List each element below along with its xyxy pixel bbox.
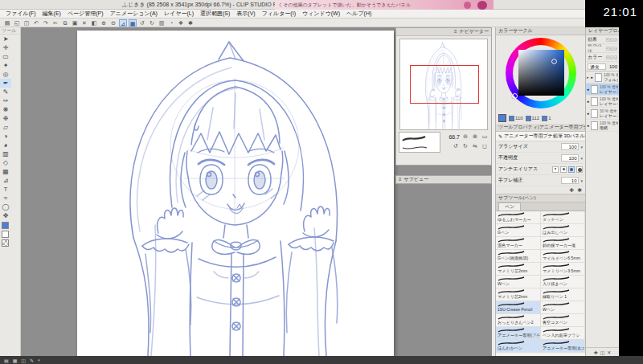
cut-icon[interactable]: ✂ <box>51 19 59 27</box>
pen-item[interactable]: マメミリ芯2mm <box>496 263 541 275</box>
pen-item[interactable]: タッチペン <box>541 211 586 223</box>
text-tool[interactable]: T <box>0 185 11 194</box>
layer-property-row[interactable]: 効果◰◱◲ <box>586 35 619 44</box>
menu-item[interactable]: レイヤー(L) <box>161 10 197 18</box>
pencil-tool[interactable]: ✎ <box>0 88 11 96</box>
layer-row[interactable]: ▸ ● 100 % 通常 レイヤー 37 <box>586 84 619 96</box>
blend-tool[interactable]: ◑ <box>0 132 11 141</box>
saturation-value-square[interactable] <box>518 50 564 96</box>
decoration-tool[interactable]: ❉ <box>0 114 11 123</box>
save-icon[interactable]: ◫ <box>23 19 31 27</box>
pen-item[interactable]: Gペン(画面推奨) <box>496 250 541 262</box>
pen-item[interactable]: ほんわかペン <box>496 340 541 352</box>
gradient-tool[interactable]: ▥ <box>0 149 11 158</box>
status-info-icon[interactable]: ◐ <box>38 358 41 362</box>
settings-icon[interactable]: ✱ <box>186 19 195 27</box>
delete-icon[interactable]: ✕ <box>80 19 88 27</box>
tool-preset[interactable]: ✎ アニメーター専用プチ鉛筆 3Dパネル配置初期 <box>496 132 585 141</box>
background-color-swatch[interactable] <box>2 231 9 238</box>
menu-item[interactable]: 表示(V) <box>233 10 258 18</box>
current-color-swatch[interactable] <box>498 114 506 122</box>
pen-item[interactable]: Gペン <box>496 224 541 236</box>
selection-tool[interactable]: ▭ <box>0 52 11 61</box>
reset-view-icon[interactable]: ◻ <box>481 143 489 149</box>
status-grid-icon[interactable]: ▦ <box>13 358 18 363</box>
antialias-none-button[interactable] <box>552 166 559 173</box>
panel-menu-icon[interactable]: ≡ <box>399 176 402 183</box>
navigator-thumbnail[interactable] <box>399 39 488 130</box>
antialias-middle-button[interactable] <box>568 166 575 173</box>
antialias-strong-button[interactable] <box>576 166 583 173</box>
operation-tool[interactable]: ➤ <box>0 35 11 43</box>
pen-item[interactable]: 1SU-Crease Pencil <box>496 301 541 313</box>
settings-gear-icon[interactable]: ✱ <box>577 187 582 194</box>
rotate-right-icon[interactable]: ↻ <box>148 19 156 27</box>
pen-item[interactable]: 入り抜きペン <box>541 276 586 288</box>
new-folder-icon[interactable]: ◫ <box>600 350 605 355</box>
layer-visibility-icon[interactable]: ● <box>591 75 593 80</box>
onion-skin-icon[interactable]: ◔ <box>167 19 175 27</box>
pen-item[interactable]: はみ出しペン <box>541 224 586 236</box>
layer-visibility-icon[interactable]: ● <box>587 111 589 116</box>
zoom-in-icon[interactable]: ⊕ <box>471 133 479 140</box>
eraser-tool[interactable]: ▱ <box>0 123 11 132</box>
dropdown-caret-icon[interactable]: ▾ <box>580 178 583 183</box>
tab-pen[interactable]: ペン <box>498 202 521 211</box>
layer-property-row[interactable]: 表示方法◰◱◲ <box>586 44 619 53</box>
status-doc-icon[interactable]: ▤ <box>4 358 9 363</box>
rotate-left-icon[interactable]: ↺ <box>138 19 146 27</box>
stabilization-value[interactable]: 10 <box>561 177 579 184</box>
layer-opacity-value[interactable]: 100 <box>608 64 617 69</box>
pen-item[interactable]: Wペン <box>496 276 541 288</box>
folder-caret-icon[interactable]: ▸ <box>587 75 589 80</box>
menu-item[interactable]: ヘルプ(H) <box>343 10 375 18</box>
undo-icon[interactable]: ↶ <box>32 19 40 27</box>
fill-tool[interactable]: ◕ <box>0 141 11 149</box>
zoom-tool[interactable]: ◯ <box>0 202 11 211</box>
new-layer-icon[interactable]: ✚ <box>594 350 598 355</box>
zoom-out-icon[interactable]: ⊖ <box>109 19 117 27</box>
canvas-page[interactable] <box>77 31 394 356</box>
material-icon[interactable]: ❖ <box>177 19 185 27</box>
pen-item[interactable]: 縁取りペン 1 <box>541 288 586 301</box>
antialias-weak-button[interactable] <box>560 166 567 173</box>
zoom-out-icon[interactable]: ⊖ <box>461 133 469 140</box>
auto-select-tool[interactable]: ✦ <box>0 61 11 70</box>
hue-marker[interactable] <box>512 93 518 99</box>
paste-icon[interactable]: ▣ <box>71 19 79 27</box>
brush-size-value[interactable]: 100 <box>561 143 579 150</box>
fit-view-icon[interactable]: ▭ <box>481 133 489 140</box>
zoom-in-icon[interactable]: ⊕ <box>100 19 108 27</box>
pen-item[interactable]: アニメーター専用(丸ブラシ) <box>541 340 586 352</box>
rotate-right-icon[interactable]: ↻ <box>461 143 469 149</box>
pen-item[interactable]: マメミリペン3.5mm <box>541 263 586 275</box>
ruler-tool[interactable]: ⊿ <box>0 176 11 185</box>
pen-item[interactable]: おっとりさんペン2 <box>496 314 541 326</box>
snap-ruler-icon[interactable]: ⊿ <box>119 19 127 27</box>
brush-tool[interactable]: ✑ <box>0 96 11 105</box>
menu-item[interactable]: 選択範囲(S) <box>197 10 233 18</box>
airbrush-tool[interactable]: ❋ <box>0 105 11 114</box>
eyedropper-tool[interactable]: ◎ <box>0 70 11 79</box>
status-save-icon[interactable]: ◫ <box>21 358 26 363</box>
dropdown-caret-icon[interactable]: ▾ <box>580 156 583 161</box>
figure-tool[interactable]: ◇ <box>0 158 11 167</box>
menu-item[interactable]: ファイル(F) <box>2 10 39 18</box>
pen-item[interactable]: アニメーター専用(プチ鉛筆) <box>496 327 541 339</box>
opacity-value[interactable]: 100 <box>561 154 579 162</box>
subview-panel[interactable]: ≡ サブビュー <box>395 175 492 184</box>
copy-icon[interactable]: ⧉ <box>61 19 69 27</box>
blend-mode-select[interactable]: 通常 <box>588 63 606 70</box>
menu-item[interactable]: ページ管理(P) <box>64 10 107 18</box>
pen-item[interactable]: Wペン <box>541 301 586 313</box>
background-window[interactable]: くその他展のタブレットで描いた、動かそうできえたパネル <box>275 0 494 10</box>
pen-item[interactable]: ペン入れ鉛筆ブラシ <box>541 327 586 339</box>
hand-tool[interactable]: ✥ <box>0 211 11 220</box>
frame-tool[interactable]: ▦ <box>0 167 11 176</box>
menu-item[interactable]: アニメーション(A) <box>107 10 161 18</box>
layer-move-tool[interactable]: ✛ <box>0 43 11 52</box>
pen-item[interactable]: 青空コスペン <box>541 314 586 326</box>
menu-item[interactable]: フィルター(I) <box>259 10 299 18</box>
redo-icon[interactable]: ↷ <box>42 19 50 27</box>
rotate-left-icon[interactable]: ↺ <box>452 143 460 149</box>
